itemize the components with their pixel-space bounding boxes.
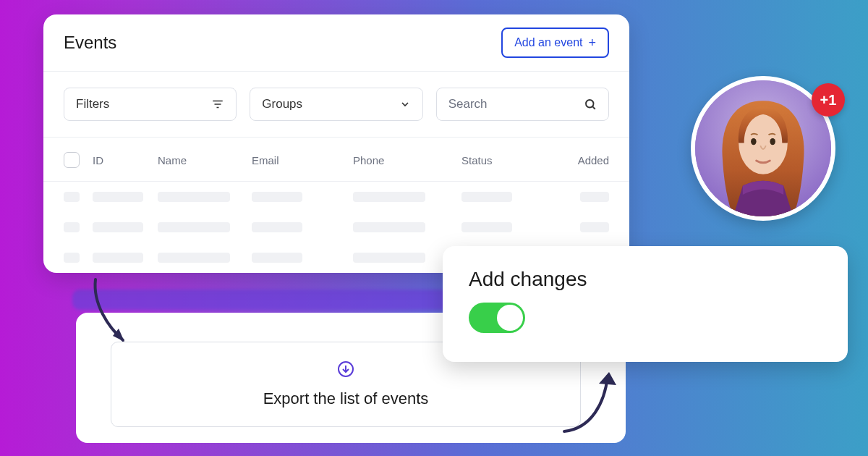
groups-label: Groups [262,97,302,111]
column-phone: Phone [353,154,461,166]
skeleton [64,192,80,202]
arrow-right [557,362,637,442]
add-changes-toggle[interactable] [469,303,525,333]
column-added: Added [563,154,609,166]
add-changes-title: Add changes [469,268,822,291]
events-title: Events [64,33,116,53]
arrow-left [78,275,143,355]
filters-row: Filters Groups Search [43,72,629,138]
table-header: ID Name Email Phone Status Added [43,138,629,182]
skeleton [93,253,143,263]
select-all-checkbox[interactable] [64,152,80,168]
skeleton [461,192,512,202]
svg-point-3 [586,100,594,108]
table-row [43,182,629,212]
skeleton [580,222,609,232]
column-id: ID [93,154,158,166]
column-status: Status [461,154,563,166]
skeleton [353,222,425,232]
skeleton [252,253,302,263]
column-name: Name [158,154,252,166]
events-header: Events Add an event + [43,14,629,72]
add-event-label: Add an event [514,36,582,49]
notification-badge[interactable]: +1 [812,83,845,117]
skeleton [64,253,80,263]
skeleton [93,192,143,202]
filters-label: Filters [76,97,109,111]
skeleton [93,222,143,232]
skeleton [252,222,302,232]
skeleton [353,253,425,263]
svg-line-4 [592,106,595,109]
skeleton [461,222,512,232]
filter-icon [211,98,224,111]
add-event-button[interactable]: Add an event + [501,28,609,58]
filters-dropdown[interactable]: Filters [64,88,237,121]
skeleton [158,192,230,202]
plus-icon: + [588,36,596,49]
skeleton [580,192,609,202]
table-row [43,212,629,242]
skeleton [64,222,80,232]
skeleton [353,192,425,202]
search-input[interactable]: Search [436,88,609,121]
chevron-down-icon [399,98,411,110]
toggle-knob [497,305,523,331]
badge-count: +1 [820,92,837,109]
skeleton [252,192,302,202]
add-changes-card: Add changes [443,246,848,362]
groups-dropdown[interactable]: Groups [250,88,422,121]
skeleton [158,222,230,232]
download-icon [337,360,354,381]
events-card: Events Add an event + Filters Groups Sea… [43,14,629,273]
skeleton [158,253,230,263]
search-icon [584,98,597,111]
column-email: Email [252,154,353,166]
svg-point-9 [751,138,757,145]
export-text: Export the list of events [263,389,429,408]
search-placeholder: Search [448,97,488,111]
svg-point-10 [770,138,775,145]
